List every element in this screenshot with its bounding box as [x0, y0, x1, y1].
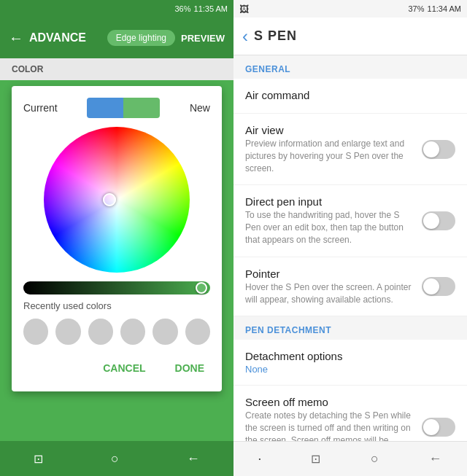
screen-off-memo-desc: Create notes by detaching the S Pen whil… — [245, 410, 413, 441]
nav-bar-right: • ⊡ ○ ← — [234, 441, 467, 476]
air-view-desc: Preview information and enlarge text and… — [245, 138, 413, 174]
back-nav-left[interactable]: ← — [187, 451, 200, 467]
pointer-toggle-thumb — [423, 278, 439, 294]
time-left: 11:35 AM — [194, 4, 228, 13]
back-button-right[interactable]: ‹ — [242, 26, 248, 47]
settings-item-screen-off-memo[interactable]: Screen off memo Create notes by detachin… — [234, 386, 467, 441]
direct-pen-toggle-thumb — [423, 213, 439, 229]
color-picker-dialog: Current New — [12, 86, 222, 391]
recent-apps-button-right[interactable]: ⊡ — [311, 452, 320, 466]
settings-list: GENERAL Air command Air view Preview inf… — [234, 55, 467, 441]
page-title-right: S PEN — [254, 28, 297, 44]
battery-left: 36% — [174, 4, 190, 13]
preview-button[interactable]: PREVIEW — [181, 33, 225, 44]
color-swatches — [87, 98, 160, 118]
settings-item-pointer[interactable]: Pointer Hover the S Pen over the screen.… — [234, 257, 467, 317]
nav-bar-left: ⊡ ○ ← — [0, 441, 234, 476]
screen-off-memo-content: Screen off memo Create notes by detachin… — [245, 396, 422, 441]
brightness-thumb — [196, 282, 207, 294]
air-view-toggle-thumb — [423, 141, 439, 157]
left-panel: 36% 11:35 AM ← ADVANCE Edge lighting PRE… — [0, 0, 234, 476]
cancel-button[interactable]: CANCEL — [97, 356, 151, 380]
direct-pen-title: Direct pen input — [245, 195, 413, 208]
recent-color-5[interactable] — [153, 319, 177, 345]
color-wheel[interactable] — [44, 127, 190, 273]
pointer-content: Pointer Hover the S Pen over the screen.… — [245, 268, 422, 306]
recent-color-6[interactable] — [185, 319, 210, 345]
section-general: GENERAL — [234, 55, 467, 79]
settings-item-direct-pen[interactable]: Direct pen input To use the handwriting … — [234, 185, 467, 257]
detachment-content: Detachment options None — [245, 350, 455, 375]
pointer-desc: Hover the S Pen over the screen. A point… — [245, 281, 413, 306]
brightness-slider-container[interactable] — [23, 281, 210, 294]
recent-color-2[interactable] — [55, 319, 80, 345]
air-view-title: Air view — [245, 124, 413, 136]
back-button-left[interactable]: ← — [9, 30, 23, 47]
status-icons-right: 37% 11:34 AM — [408, 4, 461, 13]
battery-right: 37% — [408, 4, 424, 13]
page-title-left: ADVANCE — [29, 31, 101, 44]
screen-off-memo-toggle-thumb — [423, 419, 439, 435]
status-icons-left: 36% 11:35 AM — [174, 4, 228, 13]
air-view-content: Air view Preview information and enlarge… — [245, 124, 422, 174]
dialog-actions: CANCEL DONE — [23, 356, 210, 380]
air-command-title: Air command — [245, 89, 447, 101]
status-bar-left: 36% 11:35 AM — [0, 0, 234, 17]
screen-off-memo-title: Screen off memo — [245, 396, 413, 408]
top-bar-left: ← ADVANCE Edge lighting PREVIEW — [0, 17, 234, 58]
new-label: New — [190, 102, 210, 114]
home-button-right[interactable]: ○ — [371, 451, 379, 467]
right-panel: 🖼 37% 11:34 AM ‹ S PEN GENERAL Air comma… — [234, 0, 467, 476]
recent-color-1[interactable] — [23, 319, 48, 345]
color-wheel-container[interactable] — [23, 127, 210, 273]
done-button[interactable]: DONE — [169, 356, 210, 380]
recent-color-4[interactable] — [120, 319, 145, 345]
pointer-title: Pointer — [245, 268, 413, 280]
pointer-toggle[interactable] — [422, 277, 455, 296]
recent-colors-label: Recently used colors — [23, 300, 210, 311]
recent-color-3[interactable] — [88, 319, 113, 345]
color-preview-row: Current New — [23, 98, 210, 118]
settings-item-detachment[interactable]: Detachment options None — [234, 340, 467, 386]
current-label: Current — [23, 102, 58, 114]
section-pen-detachment: PEN DETACHMENT — [234, 316, 467, 340]
detachment-sub: None — [245, 364, 447, 375]
dot-indicator: • — [258, 456, 260, 462]
edge-lighting-badge[interactable]: Edge lighting — [107, 30, 175, 46]
color-wheel-white-overlay — [44, 127, 190, 273]
home-button-left[interactable]: ○ — [111, 451, 119, 467]
top-bar-right: ‹ S PEN — [234, 17, 467, 55]
detachment-title: Detachment options — [245, 350, 447, 362]
brightness-slider[interactable] — [23, 281, 210, 294]
recent-colors-row — [23, 319, 210, 345]
recent-apps-button-left[interactable]: ⊡ — [34, 452, 43, 466]
direct-pen-toggle[interactable] — [422, 211, 455, 230]
swatch-current — [87, 98, 123, 118]
color-wheel-hue[interactable] — [44, 127, 190, 273]
color-wheel-cursor — [103, 193, 116, 206]
status-bar-right: 🖼 37% 11:34 AM — [234, 0, 467, 17]
back-nav-right[interactable]: ← — [429, 451, 442, 467]
screen-off-memo-toggle[interactable] — [422, 418, 455, 437]
direct-pen-desc: To use the handwriting pad, hover the S … — [245, 209, 413, 246]
settings-item-air-view[interactable]: Air view Preview information and enlarge… — [234, 114, 467, 185]
settings-item-air-command[interactable]: Air command — [234, 79, 467, 114]
time-right: 11:34 AM — [428, 4, 461, 13]
image-icon: 🖼 — [239, 4, 249, 15]
direct-pen-content: Direct pen input To use the handwriting … — [245, 195, 422, 246]
air-view-toggle[interactable] — [422, 140, 455, 159]
color-section-label: COLOR — [0, 58, 234, 80]
air-command-content: Air command — [245, 89, 455, 103]
swatch-new — [123, 98, 160, 118]
